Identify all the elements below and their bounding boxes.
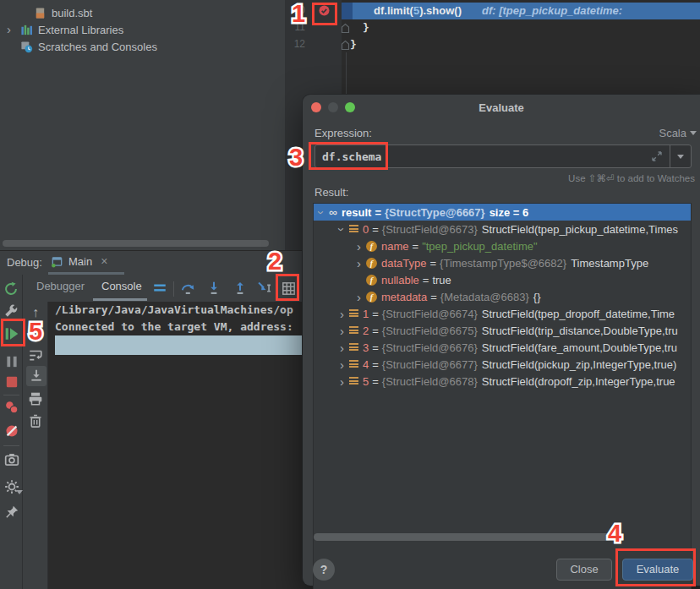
chevron-right-icon[interactable]: › — [7, 25, 15, 34]
stop-icon[interactable] — [4, 374, 19, 390]
chevron-collapsed-icon[interactable]: › — [354, 292, 364, 302]
tab-underline — [48, 272, 124, 275]
annotation-box-3 — [309, 142, 388, 170]
console-actions-toolbar — [23, 302, 48, 589]
debug-panel-label: Debug: — [7, 256, 42, 269]
chevron-collapsed-icon[interactable]: › — [354, 259, 364, 268]
wrench-icon[interactable] — [3, 303, 19, 319]
close-tab-icon[interactable]: × — [101, 254, 107, 268]
dropdown-arrow-icon — [16, 490, 23, 494]
tree-row-element-3[interactable]: › 3={StructField@6676}StructField(fare_a… — [314, 339, 691, 356]
array-element-icon — [349, 225, 358, 233]
debugger-inline-hint: df: [tpep_pickup_datetime: — [482, 4, 622, 17]
array-element-icon — [349, 309, 358, 318]
code-line-10[interactable]: df.limit(5).show()df: [tpep_pickup_datet… — [374, 3, 622, 19]
chevron-collapsed-icon[interactable]: › — [354, 242, 364, 251]
chevron-collapsed-icon[interactable]: › — [337, 343, 347, 352]
result-label: Result: — [314, 186, 348, 199]
code-line-11[interactable]: } — [363, 19, 369, 36]
expand-editor-icon[interactable] — [650, 150, 664, 163]
array-element-icon — [349, 343, 358, 352]
chevron-down-icon — [677, 155, 684, 159]
close-button[interactable]: Close — [556, 559, 612, 581]
debug-session-tab-label: Main — [68, 255, 92, 268]
add-to-watches-hint: Use ⇧⌘⏎ to add to Watches — [568, 172, 695, 184]
tree-item-build-sbt[interactable]: build.sbt — [34, 4, 92, 21]
settings-gear-icon[interactable] — [4, 479, 19, 494]
code-line-12[interactable]: } — [350, 36, 357, 53]
chevron-collapsed-icon[interactable]: › — [337, 309, 347, 319]
tree-row-element-4[interactable]: › 4={StructField@6677}StructField(pickup… — [314, 356, 691, 373]
annotation-number-4: 4 — [608, 521, 621, 546]
tree-row-element-5[interactable]: › 5={StructField@6678}StructField(dropof… — [314, 373, 691, 390]
console-line: Connected to the target VM, address: — [55, 320, 293, 333]
dialog-title: Evaluate — [303, 95, 700, 114]
tree-item-label: Scratches and Consoles — [38, 41, 157, 53]
libraries-icon — [20, 24, 33, 36]
mute-breakpoints-icon[interactable] — [4, 423, 19, 439]
tab-console[interactable]: Console — [101, 280, 142, 292]
chevron-expanded-icon[interactable]: › — [317, 208, 326, 217]
pause-icon[interactable] — [4, 354, 19, 369]
soft-wrap-icon[interactable] — [28, 347, 43, 363]
tree-row-element-0[interactable]: › 0={StructField@6673}StructField(tpep_p… — [314, 221, 691, 237]
step-into-icon[interactable] — [206, 281, 221, 296]
language-selector[interactable]: Scala — [659, 127, 697, 139]
debug-tab-icon — [51, 255, 63, 268]
sbt-file-icon — [34, 7, 46, 19]
tree-row-metadata[interactable]: › f metadata={Metadata@6683}{} — [314, 288, 691, 305]
chevron-collapsed-icon[interactable]: › — [337, 326, 347, 335]
result-tree[interactable]: › ∞ result={StructType@6667}size = 6 › 0… — [313, 203, 692, 589]
tree-item-label: build.sbt — [52, 7, 92, 19]
annotation-box-5 — [1, 319, 25, 346]
ide-window: build.sbt › External Libraries Scratches… — [0, 0, 700, 589]
field-icon: f — [366, 241, 377, 252]
tree-row-element-1[interactable]: › 1={StructField@6674}StructField(tpep_d… — [314, 305, 691, 322]
step-over-icon[interactable] — [180, 281, 195, 296]
chevron-collapsed-icon[interactable]: › — [337, 360, 347, 369]
tree-row-datatype[interactable]: › f dataType={TimestampType$@6682}Timest… — [314, 254, 691, 271]
expression-history-dropdown[interactable] — [670, 145, 691, 167]
tree-row-name[interactable]: › f name="tpep_pickup_datetime" — [314, 237, 691, 254]
debug-session-tab[interactable]: Main × — [51, 254, 107, 268]
field-icon: f — [366, 258, 377, 269]
tree-row-nullable[interactable]: › f nullable=true — [314, 271, 691, 288]
camera-icon[interactable] — [4, 452, 19, 467]
array-element-icon — [349, 377, 358, 385]
clear-console-trash-icon[interactable] — [28, 413, 43, 428]
tree-item-external-libraries[interactable]: › External Libraries — [7, 21, 123, 38]
chevron-expanded-icon[interactable]: › — [337, 225, 347, 234]
chevron-collapsed-icon[interactable]: › — [337, 377, 347, 386]
toolbar-separator — [3, 445, 19, 446]
run-to-cursor-icon[interactable] — [257, 281, 272, 296]
tree-item-scratches[interactable]: Scratches and Consoles — [20, 38, 157, 55]
view-breakpoints-icon[interactable] — [4, 400, 19, 415]
field-icon: f — [366, 275, 377, 286]
print-icon[interactable] — [28, 391, 43, 406]
result-icon: ∞ — [329, 206, 337, 218]
annotation-number-1: 1 — [292, 2, 305, 26]
scroll-to-end-icon[interactable] — [29, 368, 44, 384]
annotation-number-5: 5 — [29, 319, 42, 344]
console-line: /Library/Java/JavaVirtualMachines/op — [55, 303, 293, 316]
selected-tab-underline — [93, 298, 147, 301]
result-horizontal-scrollbar[interactable] — [314, 533, 611, 541]
scratches-icon — [20, 41, 33, 53]
step-out-icon[interactable] — [232, 281, 248, 296]
tree-row-element-2[interactable]: › 2={StructField@6675}StructField(trip_d… — [314, 322, 691, 339]
annotation-box-2 — [276, 274, 299, 301]
pin-icon[interactable] — [4, 504, 19, 520]
toolbar-separator — [173, 281, 174, 297]
layout-settings-icon[interactable] — [152, 281, 167, 296]
tree-row-result[interactable]: › ∞ result={StructType@6667}size = 6 — [314, 204, 691, 221]
fold-marker-icon[interactable] — [341, 40, 350, 51]
project-horizontal-scrollbar[interactable] — [3, 240, 269, 247]
array-element-icon — [349, 326, 358, 335]
toolbar-separator — [3, 395, 19, 395]
annotation-box-4 — [615, 548, 696, 586]
annotation-number-2: 2 — [268, 249, 282, 274]
fold-marker-icon[interactable] — [341, 23, 350, 34]
tab-debugger[interactable]: Debugger — [36, 280, 85, 292]
rerun-icon[interactable] — [3, 281, 19, 297]
help-button[interactable]: ? — [313, 559, 335, 581]
